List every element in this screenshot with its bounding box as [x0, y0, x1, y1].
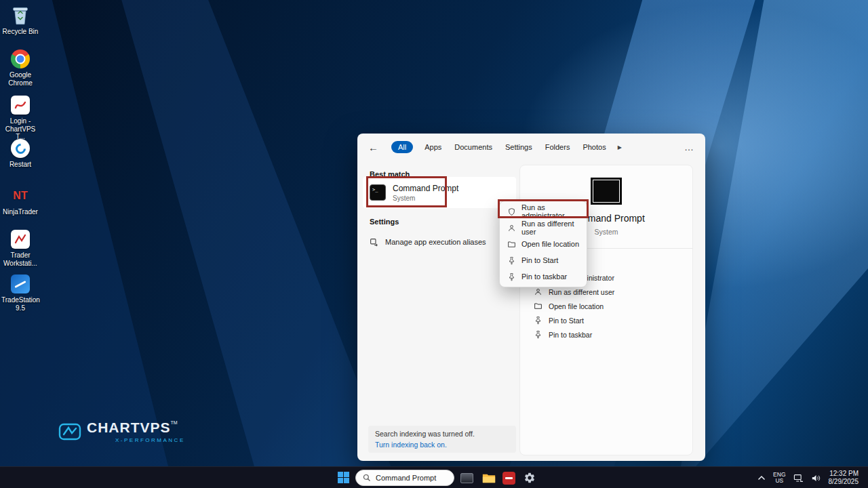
region-code: US	[773, 478, 785, 484]
desktop-icon-login-chartvps[interactable]: Login - ChartVPS T...	[1, 95, 39, 141]
settings-result-aliases[interactable]: Manage app execution aliases	[363, 232, 516, 251]
gear-icon	[524, 472, 536, 484]
settings-header: Settings	[370, 218, 399, 226]
search-footer: Search indexing was turned off. Turn ind…	[368, 426, 516, 453]
menu-item-label: Run as administrator	[521, 203, 579, 220]
menu-item-label: Pin to Start	[521, 256, 558, 264]
windows-logo-icon	[344, 478, 349, 483]
language-indicator[interactable]: ENG US	[773, 472, 785, 484]
desktop-icon-trader-workstation[interactable]: Trader Workstati...	[1, 229, 39, 267]
menu-item-label: Pin to taskbar	[521, 272, 567, 281]
menu-item-run-as-different-user[interactable]: Run as different user	[502, 220, 585, 236]
desktop-icon-recycle-bin[interactable]: Recycle Bin	[1, 5, 39, 36]
desktop-icon-google-chrome[interactable]: Google Chrome	[1, 49, 39, 87]
tab-documents[interactable]: Documents	[453, 141, 494, 153]
desktop-icon-label: Login - ChartVPS T...	[1, 117, 39, 141]
taskbar-file-explorer[interactable]	[481, 471, 496, 485]
menu-item-run-as-administrator[interactable]: Run as administrator	[502, 203, 585, 220]
context-menu: Run as administrator Run as different us…	[499, 201, 587, 287]
desktop-icon-label: Restart	[9, 161, 31, 169]
trader-workstation-icon	[10, 229, 31, 249]
chartvps-watermark: CHARTVPSTM X-PERFORMANCE	[58, 420, 185, 443]
tab-all[interactable]: All	[391, 141, 413, 153]
tab-apps[interactable]: Apps	[423, 141, 443, 153]
brand-tagline: X-PERFORMANCE	[115, 437, 185, 443]
menu-item-label: Run as different user	[521, 220, 579, 236]
command-prompt-icon: >_	[370, 184, 386, 201]
preview-action-label: Open file location	[549, 302, 604, 310]
shield-icon	[507, 207, 516, 216]
tab-photos[interactable]: Photos	[581, 141, 607, 153]
tray-chevron-up-icon[interactable]	[757, 475, 766, 481]
preview-action-open-file-location[interactable]: Open file location	[534, 299, 687, 313]
tray-time: 12:32 PM	[829, 470, 859, 478]
tab-settings[interactable]: Settings	[504, 141, 534, 153]
pin-icon	[534, 330, 542, 339]
taskbar: Command Prompt ENG US	[0, 466, 868, 488]
search-flyout: ← All Apps Documents Settings Folders Ph…	[357, 134, 705, 461]
command-prompt-large-icon	[591, 178, 622, 205]
preview-action-label: Run as different user	[549, 288, 614, 296]
ninjatrader-icon: NT	[10, 186, 31, 206]
user-icon	[534, 287, 542, 296]
menu-item-pin-to-start[interactable]: Pin to Start	[502, 252, 585, 268]
tradestation-icon	[10, 274, 31, 294]
best-match-title: Command Prompt	[393, 184, 458, 193]
more-options-icon[interactable]: …	[684, 142, 694, 152]
network-icon[interactable]	[793, 474, 804, 483]
indexing-message: Search indexing was turned off.	[375, 430, 509, 438]
desktop-icon-label: NinjaTrader	[3, 208, 38, 216]
tray-date: 8/29/2025	[829, 478, 859, 486]
best-match-result[interactable]: >_ Command Prompt System	[363, 177, 516, 208]
recycle-bin-icon	[10, 5, 31, 26]
desktop-icon-ninjatrader[interactable]: NT NinjaTrader	[1, 186, 39, 216]
system-tray: ENG US 12:32 PM 8/29/2025	[757, 467, 868, 488]
user-icon	[507, 224, 516, 232]
search-tabs: ← All Apps Documents Settings Folders Ph…	[357, 134, 705, 161]
desktop-icon-label: Google Chrome	[1, 71, 39, 87]
taskbar-settings[interactable]	[522, 471, 536, 485]
start-button[interactable]	[338, 472, 349, 483]
indexing-link[interactable]: Turn indexing back on.	[375, 441, 509, 449]
preview-action-pin-to-taskbar[interactable]: Pin to taskbar	[534, 327, 687, 342]
red-app-icon	[502, 472, 515, 485]
folder-icon	[534, 302, 542, 310]
desktop-icon-restart[interactable]: Restart	[1, 138, 39, 169]
taskbar-app-window[interactable]	[460, 471, 474, 485]
window-thumbnail-icon	[460, 473, 473, 483]
desktop-icon-label: TradeStation 9.5	[1, 296, 39, 312]
desktop-icon-tradestation[interactable]: TradeStation 9.5	[1, 274, 39, 312]
restart-icon	[10, 138, 31, 159]
menu-item-open-file-location[interactable]: Open file location	[502, 236, 585, 252]
tab-folders[interactable]: Folders	[544, 141, 572, 153]
preview-action-label: Pin to taskbar	[549, 331, 592, 339]
pin-icon	[507, 272, 516, 281]
screen: Recycle Bin Google Chrome Login - ChartV…	[0, 0, 868, 488]
windows-logo-icon	[344, 472, 349, 477]
windows-logo-icon	[338, 478, 343, 483]
preview-action-label: Pin to Start	[549, 317, 584, 325]
pin-icon	[507, 256, 516, 265]
tabs-overflow-icon[interactable]: ▶	[618, 144, 622, 150]
volume-icon[interactable]	[811, 474, 821, 483]
taskbar-search-value: Command Prompt	[376, 474, 436, 482]
taskbar-search-box[interactable]: Command Prompt	[355, 470, 454, 486]
chartvps-logo-icon	[58, 420, 81, 443]
chartvps-login-icon	[10, 95, 31, 115]
menu-item-pin-to-taskbar[interactable]: Pin to taskbar	[502, 268, 585, 285]
folder-icon	[507, 240, 516, 249]
search-icon	[363, 474, 371, 482]
back-arrow-icon[interactable]: ←	[368, 142, 378, 153]
clock[interactable]: 12:32 PM 8/29/2025	[829, 470, 859, 486]
app-execution-aliases-icon	[370, 238, 378, 247]
menu-item-label: Open file location	[521, 240, 579, 248]
brand-name: CHARTVPS	[87, 420, 171, 435]
preview-action-pin-to-start[interactable]: Pin to Start	[534, 313, 687, 327]
desktop-icon-label: Recycle Bin	[3, 28, 39, 36]
file-explorer-icon	[482, 472, 496, 484]
pin-icon	[534, 316, 542, 325]
settings-result-label: Manage app execution aliases	[385, 238, 486, 246]
taskbar-app-red[interactable]	[502, 471, 516, 485]
brand-tm: TM	[171, 420, 178, 425]
best-match-subtitle: System	[393, 195, 458, 202]
